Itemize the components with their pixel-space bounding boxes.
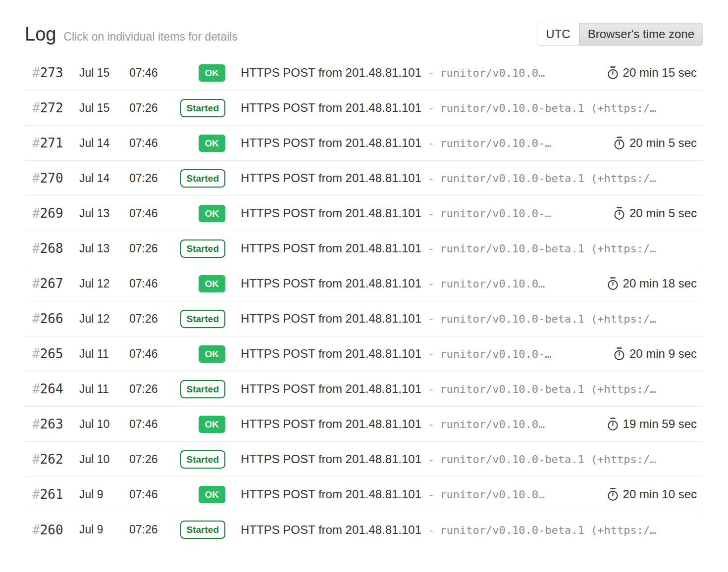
- user-agent: runitor/v0.10.0-beta.1 (+https:/…: [440, 524, 656, 536]
- event-date: Jul 13: [79, 207, 129, 220]
- user-agent: runitor/v0.10.0…: [440, 278, 545, 290]
- event-time: 07:26: [129, 453, 178, 466]
- stopwatch-icon: [613, 206, 626, 221]
- event-duration: 20 min 9 sec: [613, 347, 703, 361]
- event-number: #261: [32, 487, 79, 502]
- event-text: HTTPS POST from 201.48.81.101: [241, 417, 421, 431]
- event-date: Jul 9: [79, 523, 129, 536]
- event-time: 07:26: [129, 172, 178, 185]
- event-description: HTTPS POST from 201.48.81.101 - runitor/…: [241, 277, 597, 290]
- separator: -: [428, 242, 434, 255]
- page-title: Log: [25, 24, 56, 45]
- duration-text: 20 min 10 sec: [623, 487, 697, 501]
- event-time: 07:26: [129, 242, 178, 255]
- event-number-value: 264: [40, 381, 63, 396]
- event-description: HTTPS POST from 201.48.81.101 - runitor/…: [241, 487, 597, 501]
- event-time: 07:46: [129, 277, 178, 290]
- event-duration: 20 min 18 sec: [606, 277, 703, 291]
- duration-text: 20 min 9 sec: [629, 347, 697, 361]
- utc-button[interactable]: UTC: [537, 23, 579, 46]
- user-agent: runitor/v0.10.0-beta.1 (+https:/…: [440, 242, 656, 255]
- separator: -: [428, 278, 434, 290]
- event-number: #264: [32, 381, 79, 396]
- log-row[interactable]: #263 Jul 10 07:46 OK HTTPS POST from 201…: [25, 407, 703, 442]
- event-duration: 20 min 5 sec: [613, 206, 703, 221]
- page-titles: Log Click on individual items for detail…: [25, 24, 238, 45]
- event-number: #271: [32, 136, 79, 150]
- event-time: 07:26: [129, 312, 178, 326]
- event-duration: 20 min 10 sec: [606, 487, 703, 502]
- log-row[interactable]: #266 Jul 12 07:26 Started HTTPS POST fro…: [25, 301, 703, 336]
- status-cell: OK: [178, 135, 225, 152]
- event-time: 07:26: [129, 101, 178, 115]
- event-text: HTTPS POST from 201.48.81.101: [241, 487, 421, 501]
- log-page: Log Click on individual items for detail…: [0, 0, 728, 547]
- status-badge-started: Started: [180, 169, 225, 188]
- event-description: HTTPS POST from 201.48.81.101 - runitor/…: [241, 382, 703, 396]
- user-agent: runitor/v0.10.0…: [440, 67, 545, 79]
- user-agent: runitor/v0.10.0…: [440, 418, 545, 430]
- event-text: HTTPS POST from 201.48.81.101: [241, 347, 421, 361]
- user-agent: runitor/v0.10.0…: [440, 488, 545, 501]
- event-number: #267: [32, 276, 79, 291]
- event-text: HTTPS POST from 201.48.81.101: [241, 382, 421, 396]
- user-agent: runitor/v0.10.0-beta.1 (+https:/…: [440, 453, 656, 466]
- event-number-value: 267: [40, 276, 63, 291]
- page-subtitle: Click on individual items for details: [63, 30, 238, 44]
- event-date: Jul 10: [79, 453, 129, 466]
- log-row[interactable]: #260 Jul 9 07:26 Started HTTPS POST from…: [25, 512, 703, 547]
- separator: -: [428, 172, 434, 185]
- event-date: Jul 11: [79, 347, 129, 361]
- event-number: #266: [32, 311, 79, 326]
- event-description: HTTPS POST from 201.48.81.101 - runitor/…: [241, 312, 703, 326]
- stopwatch-icon: [613, 347, 626, 361]
- event-number-value: 266: [40, 311, 63, 326]
- log-table: #273 Jul 15 07:46 OK HTTPS POST from 201…: [25, 55, 703, 547]
- stopwatch-icon: [606, 487, 620, 502]
- event-number-hash: #: [32, 241, 40, 256]
- log-row[interactable]: #271 Jul 14 07:46 OK HTTPS POST from 201…: [25, 126, 703, 161]
- log-row[interactable]: #262 Jul 10 07:26 Started HTTPS POST fro…: [25, 442, 703, 477]
- log-row[interactable]: #261 Jul 9 07:46 OK HTTPS POST from 201.…: [25, 477, 703, 512]
- log-row[interactable]: #270 Jul 14 07:26 Started HTTPS POST fro…: [25, 161, 703, 196]
- event-text: HTTPS POST from 201.48.81.101: [241, 66, 421, 80]
- log-row[interactable]: #273 Jul 15 07:46 OK HTTPS POST from 201…: [25, 55, 703, 91]
- event-description: HTTPS POST from 201.48.81.101 - runitor/…: [241, 347, 604, 361]
- status-cell: Started: [178, 99, 225, 117]
- user-agent: runitor/v0.10.0-beta.1 (+https:/…: [440, 172, 656, 185]
- log-row[interactable]: #264 Jul 11 07:26 Started HTTPS POST fro…: [25, 372, 703, 407]
- event-number: #263: [32, 417, 79, 431]
- status-cell: OK: [178, 416, 225, 433]
- log-row[interactable]: #272 Jul 15 07:26 Started HTTPS POST fro…: [25, 91, 703, 126]
- status-badge-ok: OK: [199, 135, 226, 152]
- event-time: 07:46: [129, 207, 178, 220]
- event-number-value: 261: [40, 487, 63, 502]
- log-row[interactable]: #268 Jul 13 07:26 Started HTTPS POST fro…: [25, 231, 703, 266]
- event-number-hash: #: [32, 206, 40, 221]
- event-description: HTTPS POST from 201.48.81.101 - runitor/…: [241, 452, 703, 466]
- status-badge-ok: OK: [199, 205, 226, 222]
- log-row[interactable]: #267 Jul 12 07:46 OK HTTPS POST from 201…: [25, 266, 703, 301]
- event-number: #262: [32, 452, 79, 467]
- event-text: HTTPS POST from 201.48.81.101: [241, 241, 421, 255]
- log-row[interactable]: #269 Jul 13 07:46 OK HTTPS POST from 201…: [25, 196, 703, 231]
- event-text: HTTPS POST from 201.48.81.101: [241, 206, 421, 220]
- event-number-hash: #: [32, 523, 40, 537]
- separator: -: [428, 453, 434, 466]
- duration-text: 20 min 18 sec: [623, 277, 697, 290]
- log-row[interactable]: #265 Jul 11 07:46 OK HTTPS POST from 201…: [25, 336, 703, 372]
- event-text: HTTPS POST from 201.48.81.101: [241, 171, 421, 185]
- event-time: 07:46: [129, 418, 178, 431]
- browser-time-zone-button[interactable]: Browser's time zone: [579, 23, 703, 46]
- event-date: Jul 14: [79, 137, 129, 150]
- event-time: 07:46: [129, 66, 178, 80]
- separator: -: [428, 418, 434, 430]
- user-agent: runitor/v0.10.0-beta.1 (+https:/…: [440, 102, 656, 114]
- event-text: HTTPS POST from 201.48.81.101: [241, 523, 421, 537]
- event-number-hash: #: [32, 346, 40, 361]
- stopwatch-icon: [613, 136, 626, 150]
- event-date: Jul 10: [79, 418, 129, 431]
- event-description: HTTPS POST from 201.48.81.101 - runitor/…: [241, 66, 597, 80]
- separator: -: [428, 67, 434, 79]
- separator: -: [428, 102, 434, 114]
